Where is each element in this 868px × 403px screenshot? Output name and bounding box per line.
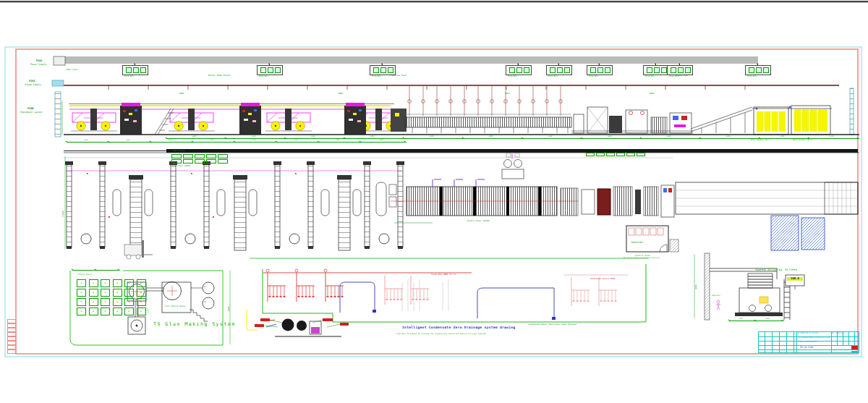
steam-supply-line bbox=[52, 80, 839, 90]
equipment-elevation bbox=[55, 85, 859, 137]
title-block bbox=[758, 331, 859, 353]
cad-drawing-sheet: T5 Glue Making System Speed Display Scre… bbox=[0, 0, 868, 403]
condensate-title: Intelligent Condensate Zero Drainage sys… bbox=[402, 326, 515, 329]
plan-view bbox=[64, 149, 859, 259]
cad-canvas bbox=[0, 0, 868, 403]
speed-display-detail bbox=[694, 253, 804, 320]
window-top-edge bbox=[0, 1, 868, 2]
glue-making-system bbox=[70, 271, 230, 345]
speed-display-label: Speed Display Screen bbox=[755, 268, 797, 271]
condensate-schematic bbox=[247, 258, 649, 336]
glue-system-title: T5 Glue Making System bbox=[153, 321, 236, 327]
power-busbar bbox=[54, 56, 758, 65]
